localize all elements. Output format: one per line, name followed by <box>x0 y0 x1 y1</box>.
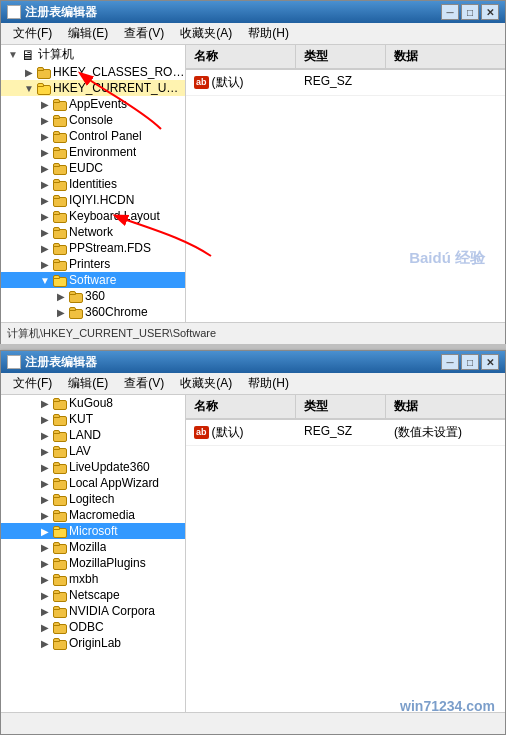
tree-kugou8[interactable]: ▶ KuGou8 <box>1 395 185 411</box>
bottom-value-type: REG_SZ <box>296 422 386 443</box>
tree-nvidia[interactable]: ▶ NVIDIA Corpora <box>1 603 185 619</box>
folder-icon-odbc <box>53 620 69 634</box>
tree-eudc[interactable]: ▶ EUDC <box>1 160 185 176</box>
bottom-value-data: (数值未设置) <box>386 422 505 443</box>
folder-icon-network <box>53 225 69 239</box>
tree-kut[interactable]: ▶ KUT <box>1 411 185 427</box>
menu-favorites-top[interactable]: 收藏夹(A) <box>172 24 240 43</box>
ab-icon-bottom: ab <box>194 426 209 439</box>
bottom-value-row-default[interactable]: ab (默认) REG_SZ (数值未设置) <box>186 420 505 446</box>
col-header-name-top: 名称 <box>186 45 296 68</box>
tree-lav[interactable]: ▶ LAV <box>1 443 185 459</box>
folder-icon-mxbh <box>53 572 69 586</box>
folder-icon-hkcr <box>37 65 53 79</box>
bottom-close-button[interactable]: ✕ <box>481 354 499 370</box>
menu-view-bottom[interactable]: 查看(V) <box>116 374 172 393</box>
tree-liveupdate360[interactable]: ▶ LiveUpdate360 <box>1 459 185 475</box>
tree-ppstream[interactable]: ▶ PPStream.FDS <box>1 240 185 256</box>
tree-iqiyi[interactable]: ▶ IQIYI.HCDN <box>1 192 185 208</box>
tree-controlpanel[interactable]: ▶ Control Panel <box>1 128 185 144</box>
tree-printers[interactable]: ▶ Printers <box>1 256 185 272</box>
tree-identities[interactable]: ▶ Identities <box>1 176 185 192</box>
minimize-button[interactable]: ─ <box>441 4 459 20</box>
bottom-title-icon <box>7 355 21 369</box>
folder-icon-originlab <box>53 636 69 650</box>
menu-file-top[interactable]: 文件(F) <box>5 24 60 43</box>
top-status-bar: 计算机\HKEY_CURRENT_USER\Software <box>1 322 505 344</box>
tree-360chrome[interactable]: ▶ 360Chrome <box>1 304 185 320</box>
tree-appevents[interactable]: ▶ AppEvents <box>1 96 185 112</box>
menu-file-bottom[interactable]: 文件(F) <box>5 374 60 393</box>
tree-macromedia[interactable]: ▶ Macromedia <box>1 507 185 523</box>
col-header-type-bottom: 类型 <box>296 395 386 418</box>
folder-icon-ppstream <box>53 241 69 255</box>
menu-favorites-bottom[interactable]: 收藏夹(A) <box>172 374 240 393</box>
tree-computer[interactable]: ▼ 🖥 计算机 <box>1 45 185 64</box>
bottom-tree-panel[interactable]: ▶ KuGou8 ▶ KUT <box>1 395 186 712</box>
tree-netscape[interactable]: ▶ Netscape <box>1 587 185 603</box>
tree-mxbh[interactable]: ▶ mxbh <box>1 571 185 587</box>
bottom-values-panel: 名称 类型 数据 ab (默认) REG_SZ (数值未设置) win71234… <box>186 395 505 712</box>
tree-360[interactable]: ▶ 360 <box>1 288 185 304</box>
bottom-title-controls: ─ □ ✕ <box>441 354 499 370</box>
tree-mozillaplugins[interactable]: ▶ MozillaPlugins <box>1 555 185 571</box>
folder-icon-identities <box>53 177 69 191</box>
tree-console[interactable]: ▶ Console <box>1 112 185 128</box>
col-header-type-top: 类型 <box>296 45 386 68</box>
folder-icon-iqiyi <box>53 193 69 207</box>
top-title-bar: 注册表编辑器 ─ □ ✕ <box>1 1 505 23</box>
top-menu-bar: 文件(F) 编辑(E) 查看(V) 收藏夹(A) 帮助(H) <box>1 23 505 45</box>
folder-icon-360safe <box>69 321 85 322</box>
folder-icon-software <box>53 273 69 287</box>
menu-help-bottom[interactable]: 帮助(H) <box>240 374 297 393</box>
top-value-data <box>386 72 505 93</box>
folder-icon-liveupdate <box>53 460 69 474</box>
tree-odbc[interactable]: ▶ ODBC <box>1 619 185 635</box>
bottom-minimize-button[interactable]: ─ <box>441 354 459 370</box>
tree-land[interactable]: ▶ LAND <box>1 427 185 443</box>
bottom-maximize-button[interactable]: □ <box>461 354 479 370</box>
folder-icon-logitech <box>53 492 69 506</box>
bottom-values-header: 名称 类型 数据 <box>186 395 505 420</box>
col-header-name-bottom: 名称 <box>186 395 296 418</box>
menu-help-top[interactable]: 帮助(H) <box>240 24 297 43</box>
bottom-split-area: ▶ KuGou8 ▶ KUT <box>1 395 505 712</box>
top-value-row-default[interactable]: ab (默认) REG_SZ <box>186 70 505 96</box>
win-watermark-bottom: win71234.com <box>400 698 495 712</box>
menu-edit-top[interactable]: 编辑(E) <box>60 24 116 43</box>
tree-microsoft[interactable]: ▶ Microsoft <box>1 523 185 539</box>
top-status-text: 计算机\HKEY_CURRENT_USER\Software <box>7 326 216 341</box>
folder-icon-localapp <box>53 476 69 490</box>
folder-icon-macromedia <box>53 508 69 522</box>
folder-icon-lav <box>53 444 69 458</box>
close-button[interactable]: ✕ <box>481 4 499 20</box>
tree-localappwizard[interactable]: ▶ Local AppWizard <box>1 475 185 491</box>
bottom-title-text: 注册表编辑器 <box>25 354 441 371</box>
tree-network[interactable]: ▶ Network <box>1 224 185 240</box>
folder-icon-land <box>53 428 69 442</box>
tree-hkcu[interactable]: ▼ HKEY_CURRENT_USER <box>1 80 185 96</box>
folder-icon-controlpanel <box>53 129 69 143</box>
folder-icon-netscape <box>53 588 69 602</box>
tree-originlab[interactable]: ▶ OriginLab <box>1 635 185 651</box>
top-values-header: 名称 类型 数据 <box>186 45 505 70</box>
col-header-data-top: 数据 <box>386 45 505 68</box>
top-tree-panel[interactable]: ▼ 🖥 计算机 ▶ HKEY_CLASSES_ROOT ▼ <box>1 45 186 322</box>
tree-environment[interactable]: ▶ Environment <box>1 144 185 160</box>
folder-icon-hkcu <box>37 81 53 95</box>
folder-icon-appevents <box>53 97 69 111</box>
tree-keyboard-layout[interactable]: ▶ Keyboard Layout <box>1 208 185 224</box>
baidu-watermark-top: Baidú 经验 <box>409 249 485 268</box>
maximize-button[interactable]: □ <box>461 4 479 20</box>
bottom-value-name: ab (默认) <box>186 422 296 443</box>
folder-icon-mozillaplugins <box>53 556 69 570</box>
tree-mozilla[interactable]: ▶ Mozilla <box>1 539 185 555</box>
top-title-icon <box>7 5 21 19</box>
menu-edit-bottom[interactable]: 编辑(E) <box>60 374 116 393</box>
computer-icon: 🖥 <box>21 47 35 63</box>
folder-icon-keyboard <box>53 209 69 223</box>
tree-logitech[interactable]: ▶ Logitech <box>1 491 185 507</box>
tree-hkcr[interactable]: ▶ HKEY_CLASSES_ROOT <box>1 64 185 80</box>
tree-software[interactable]: ▼ Software <box>1 272 185 288</box>
menu-view-top[interactable]: 查看(V) <box>116 24 172 43</box>
